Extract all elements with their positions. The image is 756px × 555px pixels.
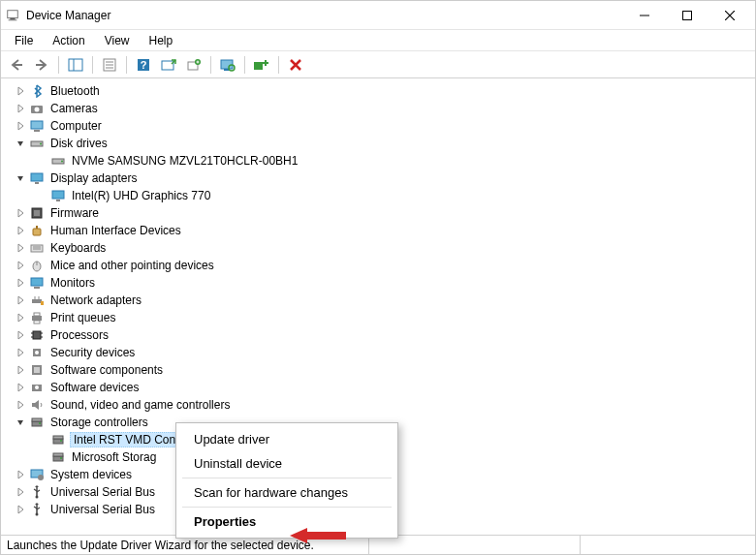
svg-rect-24 (31, 121, 43, 129)
window-title: Device Manager (26, 9, 110, 22)
chevron-right-icon[interactable] (15, 260, 26, 271)
monitor-icon (29, 275, 45, 291)
chevron-right-icon[interactable] (15, 85, 26, 97)
back-button[interactable] (5, 54, 28, 76)
chevron-right-icon[interactable] (15, 225, 26, 236)
delete-button[interactable] (284, 54, 307, 76)
chevron-right-icon[interactable] (15, 242, 26, 254)
chevron-right-icon[interactable] (15, 399, 26, 411)
chevron-down-icon[interactable] (15, 172, 26, 184)
tree-node[interactable]: Mice and other pointing devices (15, 257, 745, 274)
status-cell (581, 536, 755, 554)
update-driver-toolbar-button[interactable] (157, 54, 180, 76)
mouse-icon (29, 258, 45, 273)
svg-point-68 (60, 440, 62, 442)
display-icon (29, 170, 45, 186)
security-icon (29, 345, 45, 360)
minimize-button[interactable] (623, 1, 666, 30)
svg-point-71 (60, 457, 62, 459)
chevron-down-icon[interactable] (15, 416, 26, 428)
svg-rect-35 (34, 210, 40, 216)
tree-node[interactable]: Security devices (15, 344, 745, 361)
tree-node[interactable]: NVMe SAMSUNG MZVL21T0HCLR-00BH1 (15, 152, 745, 170)
uninstall-toolbar-button[interactable] (182, 54, 205, 76)
help-button[interactable]: ? (132, 54, 155, 76)
tree-node-label: Processors (48, 328, 110, 342)
svg-rect-2 (9, 19, 17, 20)
tree-node[interactable]: Software devices (15, 379, 745, 396)
svg-rect-1 (10, 17, 15, 19)
chevron-right-icon[interactable] (15, 207, 26, 219)
tree-node[interactable]: Bluetooth (15, 82, 745, 100)
close-button[interactable] (709, 1, 751, 30)
tree-node-label: Universal Serial Bus (48, 485, 157, 499)
ctx-properties[interactable]: Properties (176, 509, 397, 534)
context-menu: Update driver Uninstall device Scan for … (175, 422, 398, 539)
ctx-update-driver[interactable]: Update driver (176, 427, 397, 451)
tree-node[interactable]: Processors (15, 326, 745, 344)
svg-rect-49 (32, 316, 42, 321)
menu-action[interactable]: Action (45, 32, 92, 49)
svg-rect-37 (36, 226, 38, 229)
printer-icon (29, 310, 45, 325)
svg-rect-48 (41, 301, 44, 305)
tree-node-label: Sound, video and game controllers (48, 398, 232, 412)
tree-node[interactable]: Computer (15, 117, 745, 135)
chevron-right-icon[interactable] (15, 312, 26, 324)
chevron-right-icon[interactable] (15, 486, 26, 498)
tree-node-label: Computer (48, 119, 104, 133)
forward-button[interactable] (30, 54, 53, 76)
tree-node-label: Bluetooth (48, 84, 102, 98)
svg-rect-52 (33, 331, 41, 339)
tree-node-label: Mice and other pointing devices (48, 259, 216, 272)
tree-node[interactable]: Monitors (15, 274, 745, 292)
tree-node-label: Security devices (48, 346, 137, 359)
add-legacy-button[interactable] (250, 54, 273, 76)
chevron-right-icon[interactable] (15, 120, 26, 132)
chevron-right-icon[interactable] (15, 103, 26, 114)
tree-node[interactable]: Print queues (15, 309, 745, 326)
svg-rect-64 (32, 418, 42, 421)
chevron-right-icon[interactable] (15, 364, 26, 376)
menu-help[interactable]: Help (142, 32, 181, 49)
chevron-right-icon[interactable] (15, 382, 26, 393)
tree-node[interactable]: Human Interface Devices (15, 222, 745, 239)
tree-node[interactable]: Software components (15, 361, 745, 379)
svg-point-77 (36, 513, 39, 516)
svg-rect-7 (69, 59, 82, 71)
tree-node[interactable]: Sound, video and game controllers (15, 396, 745, 414)
tree-node[interactable]: Display adapters (15, 170, 745, 187)
tree-node[interactable]: Disk drives (15, 135, 745, 152)
tree-node[interactable]: Network adapters (15, 292, 745, 309)
chevron-right-icon[interactable] (15, 294, 26, 306)
chevron-right-icon[interactable] (15, 277, 26, 289)
chevron-right-icon[interactable] (15, 329, 26, 341)
chevron-right-icon[interactable] (15, 347, 26, 358)
tree-node-label: Universal Serial Bus (48, 503, 157, 516)
maximize-button[interactable] (666, 1, 709, 30)
swdev-icon (29, 380, 45, 395)
scan-hardware-button[interactable] (216, 54, 239, 76)
tree-node-label: Software components (48, 363, 165, 377)
tree-node[interactable]: Intel(R) UHD Graphics 770 (15, 187, 745, 204)
properties-button[interactable] (98, 54, 121, 76)
chevron-right-icon[interactable] (15, 504, 26, 515)
status-cell (369, 536, 581, 554)
svg-rect-44 (34, 287, 40, 289)
menu-view[interactable]: View (97, 32, 138, 49)
storage-icon (50, 449, 66, 465)
ctx-scan-hardware[interactable]: Scan for hardware changes (176, 480, 397, 505)
tree-node[interactable]: Keyboards (15, 239, 745, 257)
chevron-down-icon[interactable] (15, 138, 26, 149)
menu-file[interactable]: File (7, 32, 41, 49)
svg-point-29 (61, 161, 63, 163)
tree-node[interactable]: Firmware (15, 204, 745, 222)
show-hide-tree-button[interactable] (64, 54, 87, 76)
svg-point-58 (35, 351, 39, 355)
svg-point-62 (35, 385, 39, 389)
ctx-uninstall-device[interactable]: Uninstall device (176, 451, 397, 476)
chevron-right-icon[interactable] (15, 469, 26, 480)
app-icon (5, 8, 20, 23)
display-icon (50, 188, 66, 203)
tree-node[interactable]: Cameras (15, 100, 745, 117)
